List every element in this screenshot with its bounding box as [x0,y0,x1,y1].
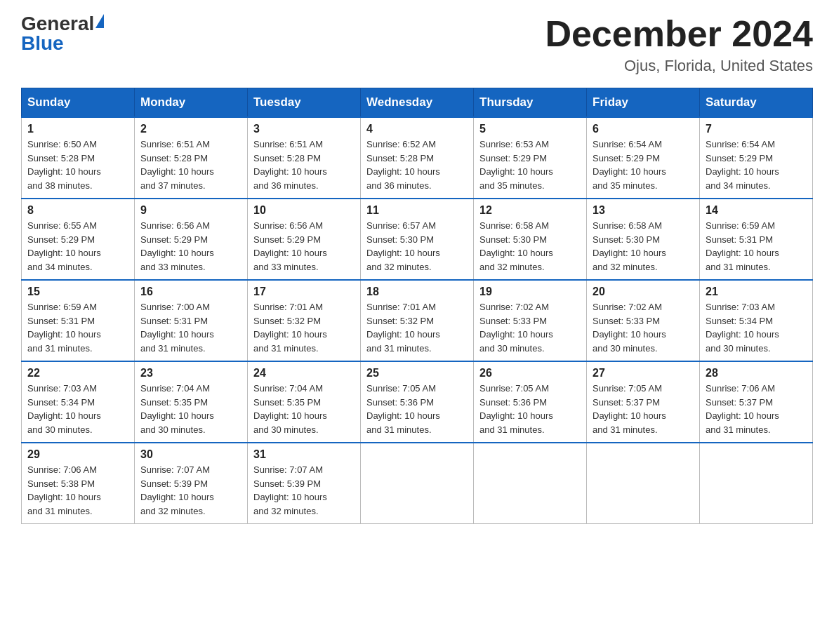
day-info: Sunrise: 7:05 AMSunset: 5:36 PMDaylight:… [479,383,553,435]
day-number: 9 [140,204,241,217]
day-number: 29 [27,448,128,461]
day-number: 19 [479,286,581,298]
calendar-cell [361,443,474,524]
calendar-cell: 14 Sunrise: 6:59 AMSunset: 5:31 PMDaylig… [700,199,813,280]
col-header-saturday: Saturday [700,88,813,118]
calendar-cell: 1 Sunrise: 6:50 AMSunset: 5:28 PMDayligh… [22,117,135,199]
calendar-cell: 5 Sunrise: 6:53 AMSunset: 5:29 PMDayligh… [474,117,587,199]
day-number: 13 [593,204,694,217]
day-info: Sunrise: 6:51 AMSunset: 5:28 PMDaylight:… [140,139,214,191]
month-year-title: December 2024 [545,14,813,54]
day-info: Sunrise: 7:07 AMSunset: 5:39 PMDaylight:… [140,464,214,516]
calendar-cell: 21 Sunrise: 7:03 AMSunset: 5:34 PMDaylig… [700,280,813,361]
calendar-cell [700,443,813,524]
week-row-2: 8 Sunrise: 6:55 AMSunset: 5:29 PMDayligh… [22,199,813,280]
day-info: Sunrise: 6:58 AMSunset: 5:30 PMDaylight:… [593,220,666,272]
week-row-3: 15 Sunrise: 6:59 AMSunset: 5:31 PMDaylig… [22,280,813,361]
calendar-cell: 12 Sunrise: 6:58 AMSunset: 5:30 PMDaylig… [474,199,587,280]
day-number: 8 [27,204,128,217]
day-number: 5 [479,123,581,135]
day-info: Sunrise: 7:03 AMSunset: 5:34 PMDaylight:… [27,383,101,435]
day-info: Sunrise: 6:55 AMSunset: 5:29 PMDaylight:… [27,220,101,272]
day-info: Sunrise: 7:07 AMSunset: 5:39 PMDaylight:… [253,464,327,516]
calendar-cell: 7 Sunrise: 6:54 AMSunset: 5:29 PMDayligh… [700,117,813,199]
day-number: 12 [479,204,581,217]
week-row-1: 1 Sunrise: 6:50 AMSunset: 5:28 PMDayligh… [22,117,813,199]
day-number: 25 [366,367,468,380]
calendar-cell: 28 Sunrise: 7:06 AMSunset: 5:37 PMDaylig… [700,361,813,443]
calendar-header-row: SundayMondayTuesdayWednesdayThursdayFrid… [22,88,813,118]
day-number: 4 [366,123,468,135]
col-header-wednesday: Wednesday [361,88,474,118]
day-number: 15 [27,286,128,298]
day-info: Sunrise: 7:01 AMSunset: 5:32 PMDaylight:… [366,302,440,354]
day-number: 23 [140,367,241,380]
calendar-cell: 31 Sunrise: 7:07 AMSunset: 5:39 PMDaylig… [248,443,361,524]
day-number: 21 [706,286,807,298]
calendar-cell: 26 Sunrise: 7:05 AMSunset: 5:36 PMDaylig… [474,361,587,443]
day-info: Sunrise: 6:59 AMSunset: 5:31 PMDaylight:… [706,220,779,272]
calendar-cell: 30 Sunrise: 7:07 AMSunset: 5:39 PMDaylig… [135,443,248,524]
logo-general: General [21,14,94,34]
day-number: 31 [253,448,355,461]
logo-blue: Blue [21,32,64,54]
calendar-cell: 16 Sunrise: 7:00 AMSunset: 5:31 PMDaylig… [135,280,248,361]
day-info: Sunrise: 6:58 AMSunset: 5:30 PMDaylight:… [479,220,553,272]
day-info: Sunrise: 6:56 AMSunset: 5:29 PMDaylight:… [140,220,214,272]
day-number: 10 [253,204,355,217]
calendar-cell: 22 Sunrise: 7:03 AMSunset: 5:34 PMDaylig… [22,361,135,443]
day-info: Sunrise: 7:04 AMSunset: 5:35 PMDaylight:… [140,383,214,435]
day-number: 7 [706,123,807,135]
calendar-cell: 8 Sunrise: 6:55 AMSunset: 5:29 PMDayligh… [22,199,135,280]
calendar-cell [587,443,700,524]
calendar-cell: 18 Sunrise: 7:01 AMSunset: 5:32 PMDaylig… [361,280,474,361]
day-info: Sunrise: 7:04 AMSunset: 5:35 PMDaylight:… [253,383,327,435]
day-number: 18 [366,286,468,298]
calendar-cell: 11 Sunrise: 6:57 AMSunset: 5:30 PMDaylig… [361,199,474,280]
calendar-cell: 23 Sunrise: 7:04 AMSunset: 5:35 PMDaylig… [135,361,248,443]
day-info: Sunrise: 6:54 AMSunset: 5:29 PMDaylight:… [706,139,779,191]
col-header-sunday: Sunday [22,88,135,118]
calendar-cell: 9 Sunrise: 6:56 AMSunset: 5:29 PMDayligh… [135,199,248,280]
day-number: 24 [253,367,355,380]
day-number: 26 [479,367,581,380]
logo: General Blue [21,14,104,53]
day-info: Sunrise: 7:06 AMSunset: 5:37 PMDaylight:… [706,383,779,435]
day-info: Sunrise: 6:50 AMSunset: 5:28 PMDaylight:… [27,139,101,191]
day-number: 28 [706,367,807,380]
day-number: 16 [140,286,241,298]
day-info: Sunrise: 6:54 AMSunset: 5:29 PMDaylight:… [593,139,666,191]
day-number: 22 [27,367,128,380]
day-info: Sunrise: 7:05 AMSunset: 5:37 PMDaylight:… [593,383,666,435]
day-info: Sunrise: 6:56 AMSunset: 5:29 PMDaylight:… [253,220,327,272]
calendar-cell: 10 Sunrise: 6:56 AMSunset: 5:29 PMDaylig… [248,199,361,280]
calendar-cell: 17 Sunrise: 7:01 AMSunset: 5:32 PMDaylig… [248,280,361,361]
col-header-tuesday: Tuesday [248,88,361,118]
day-info: Sunrise: 6:53 AMSunset: 5:29 PMDaylight:… [479,139,553,191]
week-row-5: 29 Sunrise: 7:06 AMSunset: 5:38 PMDaylig… [22,443,813,524]
calendar-cell: 29 Sunrise: 7:06 AMSunset: 5:38 PMDaylig… [22,443,135,524]
col-header-thursday: Thursday [474,88,587,118]
day-info: Sunrise: 6:52 AMSunset: 5:28 PMDaylight:… [366,139,440,191]
day-info: Sunrise: 7:06 AMSunset: 5:38 PMDaylight:… [27,464,101,516]
day-info: Sunrise: 7:01 AMSunset: 5:32 PMDaylight:… [253,302,327,354]
calendar-cell: 4 Sunrise: 6:52 AMSunset: 5:28 PMDayligh… [361,117,474,199]
day-number: 27 [593,367,694,380]
day-info: Sunrise: 6:59 AMSunset: 5:31 PMDaylight:… [27,302,101,354]
day-info: Sunrise: 7:00 AMSunset: 5:31 PMDaylight:… [140,302,214,354]
logo-arrow-icon [95,14,104,28]
day-number: 20 [593,286,694,298]
calendar-cell: 3 Sunrise: 6:51 AMSunset: 5:28 PMDayligh… [248,117,361,199]
calendar-cell: 6 Sunrise: 6:54 AMSunset: 5:29 PMDayligh… [587,117,700,199]
day-number: 14 [706,204,807,217]
day-number: 2 [140,123,241,135]
day-number: 30 [140,448,241,461]
calendar-cell: 15 Sunrise: 6:59 AMSunset: 5:31 PMDaylig… [22,280,135,361]
day-info: Sunrise: 7:03 AMSunset: 5:34 PMDaylight:… [706,302,779,354]
calendar-cell: 2 Sunrise: 6:51 AMSunset: 5:28 PMDayligh… [135,117,248,199]
day-number: 1 [27,123,128,135]
calendar-cell: 25 Sunrise: 7:05 AMSunset: 5:36 PMDaylig… [361,361,474,443]
calendar-cell: 13 Sunrise: 6:58 AMSunset: 5:30 PMDaylig… [587,199,700,280]
page-header: General Blue December 2024 Ojus, Florida… [21,14,813,75]
calendar-cell: 24 Sunrise: 7:04 AMSunset: 5:35 PMDaylig… [248,361,361,443]
